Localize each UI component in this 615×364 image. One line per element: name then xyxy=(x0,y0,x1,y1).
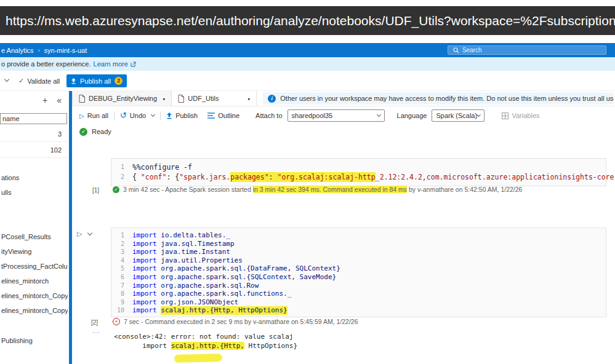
search-icon xyxy=(453,47,459,53)
browser-url-bar[interactable]: https://ms.web.azuresynapse.net/en/autho… xyxy=(0,6,615,35)
header-search-input[interactable]: Search xyxy=(448,46,606,55)
ready-label: Ready xyxy=(92,128,111,135)
tree-item[interactable]: PCosell_Results xyxy=(1,233,68,242)
language-value: Spark (Scala) xyxy=(436,112,477,119)
code-token: : { xyxy=(166,172,179,182)
dirty-dot-icon: ● xyxy=(247,97,250,101)
code-token: import xyxy=(132,256,161,265)
code-token: org.apache.spark.sql.functions._ xyxy=(161,290,291,298)
code-token: java.util.Properties xyxy=(161,256,242,265)
code-token: "spark.jars. xyxy=(179,172,230,182)
code-line[interactable]: 1import io.delta.tables._ xyxy=(111,231,606,240)
code-token: "conf" xyxy=(141,172,167,182)
chevron-down-icon[interactable] xyxy=(87,231,92,235)
language-dropdown[interactable]: Spark (Scala) xyxy=(432,109,484,122)
tree-item[interactable]: ulls xyxy=(1,189,68,198)
line-number: 2 xyxy=(111,240,132,248)
shared-access-banner: i Other users in your workspace may have… xyxy=(263,92,614,105)
tree-item[interactable]: elines_mintorch_Copy1 xyxy=(1,292,68,301)
breadcrumb-prefix[interactable]: e Analytics xyxy=(1,47,34,54)
code-line[interactable]: 2{ "conf": {"spark.jars.packages": "org.… xyxy=(111,172,606,182)
code-token: import xyxy=(132,240,161,248)
code-token: import xyxy=(132,290,161,298)
error-line: import scalaj.http.{Http, HttpOptions} xyxy=(114,341,297,350)
undo-button[interactable]: ↺ Undo xyxy=(120,112,155,119)
code-token: "org.scalaj:scalaj-http xyxy=(277,172,375,182)
line-number: 6 xyxy=(111,273,132,282)
outline-button[interactable]: Outline xyxy=(207,112,239,119)
attach-to-dropdown[interactable]: sharedpool35 xyxy=(287,109,385,122)
code-line[interactable]: 4import java.util.Properties xyxy=(111,256,606,265)
tree-item[interactable]: elines_mintorch xyxy=(1,277,68,287)
code-line[interactable]: 5import org.apache.spark.sql.{DataFrame,… xyxy=(111,264,606,273)
run-cell-icon[interactable]: ▷ xyxy=(77,230,82,238)
tree-count: 102 xyxy=(50,146,62,154)
error-pre: import xyxy=(114,342,171,350)
outline-label: Outline xyxy=(218,112,239,119)
cell-2-run-controls: ▷ xyxy=(77,230,92,238)
tree-item[interactable]: ations xyxy=(1,174,68,183)
tree-item[interactable]: elines_mintorch_Copy2 xyxy=(1,307,68,316)
banner-text: Other users in your workspace may have a… xyxy=(280,95,614,102)
collapse-sidebar-icon[interactable]: « xyxy=(57,95,62,106)
tree-group-row[interactable]: 3 xyxy=(0,126,67,142)
code-token: import xyxy=(132,231,161,240)
breadcrumb-separator-icon: › xyxy=(38,47,40,53)
variables-grid-icon xyxy=(502,113,508,119)
code-line[interactable]: 3import java.time.Instant xyxy=(111,248,606,256)
tree-item[interactable]: Publishing xyxy=(1,337,68,346)
code-cell-1[interactable]: 1%%configure -f2{ "conf": {"spark.jars.p… xyxy=(111,158,606,186)
run-icon: ▷ xyxy=(79,113,84,119)
code-token: java.sql.Timestamp xyxy=(161,240,234,248)
result-text: 7 sec - Command executed in 2 sec 9 ms b… xyxy=(124,318,358,325)
code-token: org.apache.spark.sql.{SQLContext, SaveMo… xyxy=(161,273,336,282)
run-all-button[interactable]: ▷ Run all xyxy=(79,112,108,119)
breadcrumb: e Analytics › syn-mint-s-uat xyxy=(1,43,87,57)
filter-resources-input[interactable]: name xyxy=(0,113,67,124)
code-line[interactable]: 6import org.apache.spark.sql.{SQLContext… xyxy=(111,273,606,282)
notebook-content: DEBUG_EntityViewing ● UDF_Utils ● i Othe… xyxy=(72,91,615,364)
code-line[interactable]: 10import scalaj.http.{Http, HttpOptions} xyxy=(111,306,606,315)
tree-item[interactable]: ityViewing xyxy=(1,248,68,257)
tree-item[interactable]: tProcessing_FactColu... xyxy=(1,263,68,272)
code-cell-2[interactable]: 1import io.delta.tables._2import java.sq… xyxy=(111,228,606,317)
output-collapse-toggle[interactable]: ··· xyxy=(92,329,100,336)
code-token: %%configure -f xyxy=(132,162,192,172)
error-line: <console>:42: error: not found: value sc… xyxy=(114,332,297,341)
run-all-label: Run all xyxy=(87,112,108,119)
variables-button[interactable]: Variables xyxy=(502,112,539,119)
chevron-down-icon[interactable] xyxy=(151,113,155,117)
tab-debug-entityviewing[interactable]: DEBUG_EntityViewing ● xyxy=(72,91,172,106)
variables-label: Variables xyxy=(512,112,539,119)
code-line[interactable]: 8import org.apache.spark.sql.functions._ xyxy=(111,290,606,298)
tree-group-row[interactable]: 102 xyxy=(0,142,67,158)
resource-sidebar: + « name 3 102 ations ulls PCosell_Resul… xyxy=(0,91,69,364)
learn-more-link[interactable]: Learn more xyxy=(94,60,128,68)
language-label: Language xyxy=(397,112,427,119)
publish-up-icon xyxy=(71,78,76,84)
code-line[interactable]: 7import org.apache.spark.sql.Row xyxy=(111,282,606,290)
line-number: 9 xyxy=(111,298,132,307)
tab-label-group: UDF_Utils xyxy=(178,95,219,103)
breadcrumb-workspace[interactable]: syn-mint-s-uat xyxy=(44,47,87,54)
publish-label: Publish xyxy=(175,112,198,119)
chevron-down-icon xyxy=(476,113,481,117)
code-token: import xyxy=(132,282,161,290)
dirty-dot-icon: ● xyxy=(163,97,165,101)
attach-to-value: sharedpool35 xyxy=(292,112,333,119)
code-line[interactable]: 2import java.sql.Timestamp xyxy=(111,240,606,248)
tab-udf-utils[interactable]: UDF_Utils ● xyxy=(172,91,257,106)
error-highlight: scalaj.http.{Http, xyxy=(171,342,244,350)
chevron-down-icon[interactable] xyxy=(4,77,9,82)
validate-all-label: Validate all xyxy=(27,77,60,85)
publish-button[interactable]: Publish xyxy=(166,112,198,119)
line-number: 1 xyxy=(111,162,132,172)
code-line[interactable]: 1%%configure -f xyxy=(111,162,606,172)
publish-all-label: Publish all xyxy=(80,77,111,85)
code-token: import xyxy=(132,264,161,273)
validate-all-button[interactable]: ✓ Validate all xyxy=(18,71,60,91)
publish-all-button[interactable]: Publish all 2 xyxy=(66,74,127,87)
add-resource-icon[interactable]: + xyxy=(42,95,47,106)
code-line[interactable]: 9import org.json.JSONObject xyxy=(111,298,606,307)
error-post: HttpOptions} xyxy=(244,342,297,350)
